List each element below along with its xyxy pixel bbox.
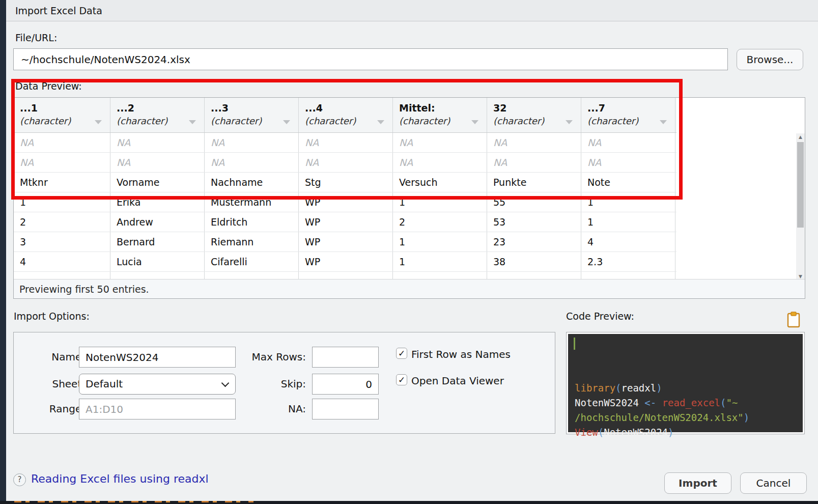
cancel-button[interactable]: Cancel [740, 472, 807, 494]
table-cell: Versuch [393, 173, 487, 192]
column-header[interactable]: ...3(character) [205, 98, 299, 132]
table-cell [14, 272, 110, 279]
table-row: NANANANANANANA [14, 153, 676, 173]
column-type: (character) [305, 116, 386, 126]
table-cell: Erika [110, 192, 205, 212]
table-cell: Eldritch [205, 212, 299, 232]
scroll-up-icon[interactable]: ▲ [796, 133, 805, 141]
code-preview-label: Code Preview: [566, 311, 634, 322]
column-type-dropdown-icon[interactable] [283, 120, 290, 124]
table-cell [393, 272, 487, 279]
background-window-edge-bottom [0, 501, 818, 504]
text-cursor [574, 338, 575, 350]
column-name: ...1 [20, 102, 104, 114]
na-input[interactable] [312, 399, 379, 419]
table-cell: NA [14, 133, 110, 152]
table-cell: Vorname [110, 173, 205, 192]
table-cell [110, 272, 205, 279]
import-options-panel: Name: Sheet: Default Range: Max Rows: Sk… [13, 332, 555, 434]
column-header[interactable]: Mittel:(character) [393, 98, 487, 132]
range-input[interactable] [79, 399, 236, 419]
table-cell: Mustermann [205, 192, 299, 212]
chevron-down-icon [221, 379, 230, 387]
dialog-titlebar[interactable]: Import Excel Data [6, 0, 818, 21]
table-cell: Stg [299, 173, 393, 192]
column-header[interactable]: 32(character) [487, 98, 581, 132]
name-input[interactable] [79, 347, 236, 368]
column-name: ...4 [305, 102, 386, 114]
table-cell: 1 [581, 192, 675, 212]
column-header[interactable]: ...4(character) [299, 98, 393, 132]
scrollbar-thumb[interactable] [797, 142, 804, 228]
range-label: Range: [34, 403, 85, 415]
open-data-viewer-checkbox[interactable]: ✓ [396, 374, 407, 385]
max-rows-input[interactable] [312, 347, 379, 368]
table-cell: 38 [487, 252, 581, 271]
table-cell: 2 [393, 212, 487, 232]
table-cell [581, 272, 675, 279]
table-cell: 4 [14, 252, 110, 271]
help-icon[interactable]: ? [13, 473, 26, 486]
table-cell: 1 [393, 252, 487, 271]
table-cell: 1 [581, 212, 675, 232]
column-type: (character) [587, 116, 669, 126]
skip-input[interactable] [312, 374, 379, 395]
column-type-dropdown-icon[interactable] [377, 120, 384, 124]
table-cell: Andrew [110, 212, 205, 232]
table-cell: Nachname [205, 173, 299, 192]
column-type-dropdown-icon[interactable] [471, 120, 478, 124]
table-row: 4LuciaCifarelliWP1382.3 [14, 252, 676, 272]
column-type-dropdown-icon[interactable] [660, 120, 667, 124]
column-name: ...3 [211, 102, 292, 114]
code-line: View(NotenWS2024) [575, 425, 803, 440]
preview-status-bar: Previewing first 50 entries. [14, 279, 805, 298]
background-window-edge-left [0, 0, 6, 504]
sheet-select-value: Default [86, 378, 123, 390]
import-options-label: Import Options: [14, 311, 90, 322]
first-row-as-names-checkbox[interactable]: ✓ [396, 348, 407, 359]
column-type-dropdown-icon[interactable] [189, 120, 196, 124]
sheet-label: Sheet: [34, 378, 85, 390]
table-cell: NA [110, 153, 205, 172]
column-header[interactable]: ...2(character) [110, 98, 205, 132]
table-cell: Note [581, 173, 675, 192]
column-header[interactable]: ...7(character) [581, 98, 675, 132]
data-preview-table: ...1(character)...2(character)...3(chara… [14, 98, 676, 279]
import-button[interactable]: Import [664, 472, 731, 494]
column-name: 32 [493, 102, 575, 114]
table-cell: Mtknr [14, 173, 110, 192]
skip-label: Skip: [245, 378, 306, 390]
table-cell: NA [581, 153, 675, 172]
table-cell: WP [299, 232, 393, 251]
column-type-dropdown-icon[interactable] [566, 120, 573, 124]
file-url-input[interactable] [13, 48, 728, 70]
table-cell [487, 272, 581, 279]
first-row-as-names-label[interactable]: First Row as Names [411, 348, 511, 360]
background-code-sliver [14, 501, 253, 502]
open-data-viewer-label[interactable]: Open Data Viewer [411, 375, 504, 387]
sheet-select[interactable]: Default [79, 374, 236, 395]
table-row: 2AndrewEldritchWP2531 [14, 212, 676, 232]
code-line: /hochschule/NotenWS2024.xlsx") [575, 410, 803, 425]
import-excel-dialog: Import Excel Data File/URL: Browse... Da… [0, 0, 818, 504]
column-type: (character) [211, 116, 292, 126]
column-type: (character) [493, 116, 575, 126]
preview-status-text: Previewing first 50 entries. [19, 284, 149, 295]
table-cell: NA [299, 153, 393, 172]
copy-to-clipboard-icon[interactable] [787, 312, 800, 330]
table-row: NANANANANANANA [14, 133, 676, 153]
column-type: (character) [399, 116, 481, 126]
table-row: 1ErikaMustermannWP1551 [14, 192, 676, 212]
code-line: library(readxl) [575, 381, 803, 396]
table-row: 3BernardRiemannWP1234 [14, 232, 676, 252]
table-cell: 1 [393, 232, 487, 251]
table-cell: 4 [581, 232, 675, 251]
column-name: Mittel: [399, 102, 481, 114]
column-header[interactable]: ...1(character) [14, 98, 110, 132]
column-type-dropdown-icon[interactable] [95, 120, 102, 124]
readxl-help-link[interactable]: Reading Excel files using readxl [31, 472, 209, 485]
browse-button[interactable]: Browse... [737, 49, 803, 70]
column-type: (character) [20, 116, 104, 126]
preview-vertical-scrollbar[interactable]: ▲ ▼ [796, 133, 805, 280]
table-cell: Punkte [487, 173, 581, 192]
